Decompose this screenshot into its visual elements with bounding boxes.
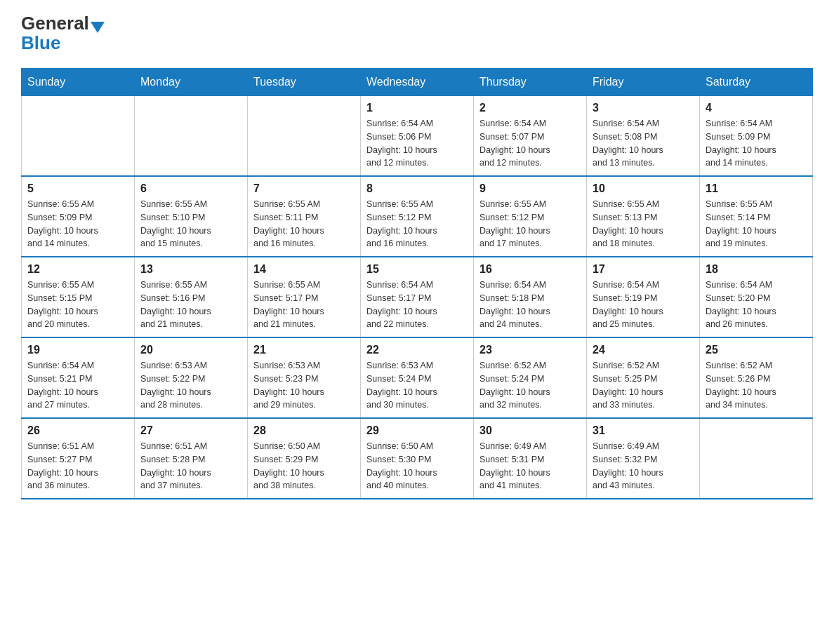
calendar-cell: 17Sunrise: 6:54 AM Sunset: 5:19 PM Dayli… bbox=[587, 257, 700, 337]
calendar-header-row: SundayMondayTuesdayWednesdayThursdayFrid… bbox=[22, 69, 813, 96]
calendar-cell: 7Sunrise: 6:55 AM Sunset: 5:11 PM Daylig… bbox=[248, 176, 361, 257]
day-number: 3 bbox=[593, 102, 694, 114]
day-number: 19 bbox=[27, 344, 128, 356]
calendar-cell: 21Sunrise: 6:53 AM Sunset: 5:23 PM Dayli… bbox=[248, 337, 361, 418]
day-info: Sunrise: 6:50 AM Sunset: 5:30 PM Dayligh… bbox=[366, 440, 468, 492]
calendar-cell: 9Sunrise: 6:55 AM Sunset: 5:12 PM Daylig… bbox=[474, 176, 587, 257]
day-number: 5 bbox=[27, 182, 128, 195]
calendar-cell: 25Sunrise: 6:52 AM Sunset: 5:26 PM Dayli… bbox=[700, 337, 813, 418]
calendar-cell: 4Sunrise: 6:54 AM Sunset: 5:09 PM Daylig… bbox=[700, 96, 813, 177]
day-info: Sunrise: 6:54 AM Sunset: 5:19 PM Dayligh… bbox=[593, 279, 694, 331]
logo-arrow-icon bbox=[91, 22, 105, 33]
day-number: 24 bbox=[593, 344, 694, 356]
calendar-cell bbox=[22, 96, 135, 177]
header-tuesday: Tuesday bbox=[248, 69, 361, 96]
calendar-cell: 15Sunrise: 6:54 AM Sunset: 5:17 PM Dayli… bbox=[361, 257, 474, 337]
day-number: 9 bbox=[479, 182, 581, 195]
day-info: Sunrise: 6:51 AM Sunset: 5:28 PM Dayligh… bbox=[140, 440, 241, 492]
day-info: Sunrise: 6:55 AM Sunset: 5:16 PM Dayligh… bbox=[140, 279, 241, 331]
day-info: Sunrise: 6:52 AM Sunset: 5:26 PM Dayligh… bbox=[706, 359, 807, 412]
calendar-cell: 30Sunrise: 6:49 AM Sunset: 5:31 PM Dayli… bbox=[474, 418, 587, 499]
day-number: 31 bbox=[593, 424, 694, 437]
day-info: Sunrise: 6:55 AM Sunset: 5:11 PM Dayligh… bbox=[253, 198, 355, 250]
day-number: 8 bbox=[366, 182, 468, 195]
day-info: Sunrise: 6:52 AM Sunset: 5:24 PM Dayligh… bbox=[479, 359, 581, 412]
calendar-cell: 24Sunrise: 6:52 AM Sunset: 5:25 PM Dayli… bbox=[587, 337, 700, 418]
day-number: 29 bbox=[366, 424, 468, 437]
day-number: 28 bbox=[253, 424, 355, 437]
day-info: Sunrise: 6:55 AM Sunset: 5:12 PM Dayligh… bbox=[479, 198, 581, 250]
calendar-cell: 11Sunrise: 6:55 AM Sunset: 5:14 PM Dayli… bbox=[700, 176, 813, 257]
day-number: 1 bbox=[366, 102, 468, 114]
day-number: 6 bbox=[140, 182, 241, 195]
day-info: Sunrise: 6:54 AM Sunset: 5:08 PM Dayligh… bbox=[593, 117, 694, 170]
day-info: Sunrise: 6:53 AM Sunset: 5:24 PM Dayligh… bbox=[366, 359, 468, 412]
day-info: Sunrise: 6:55 AM Sunset: 5:10 PM Dayligh… bbox=[140, 198, 241, 250]
calendar-cell bbox=[135, 96, 248, 177]
calendar-cell: 28Sunrise: 6:50 AM Sunset: 5:29 PM Dayli… bbox=[248, 418, 361, 499]
day-number: 11 bbox=[706, 182, 807, 195]
day-info: Sunrise: 6:49 AM Sunset: 5:32 PM Dayligh… bbox=[593, 440, 694, 492]
day-number: 18 bbox=[706, 263, 807, 276]
header-wednesday: Wednesday bbox=[361, 69, 474, 96]
calendar-cell bbox=[248, 96, 361, 177]
logo: General Blue bbox=[21, 14, 106, 54]
calendar-cell: 20Sunrise: 6:53 AM Sunset: 5:22 PM Dayli… bbox=[135, 337, 248, 418]
calendar-week-row: 19Sunrise: 6:54 AM Sunset: 5:21 PM Dayli… bbox=[22, 337, 813, 418]
calendar-cell bbox=[700, 418, 813, 499]
day-number: 7 bbox=[253, 182, 355, 195]
calendar-cell: 8Sunrise: 6:55 AM Sunset: 5:12 PM Daylig… bbox=[361, 176, 474, 257]
day-info: Sunrise: 6:54 AM Sunset: 5:17 PM Dayligh… bbox=[366, 279, 468, 331]
day-number: 2 bbox=[479, 102, 581, 114]
calendar-cell: 12Sunrise: 6:55 AM Sunset: 5:15 PM Dayli… bbox=[22, 257, 135, 337]
calendar-cell: 5Sunrise: 6:55 AM Sunset: 5:09 PM Daylig… bbox=[22, 176, 135, 257]
calendar-cell: 23Sunrise: 6:52 AM Sunset: 5:24 PM Dayli… bbox=[474, 337, 587, 418]
logo-blue-part: Blue bbox=[21, 32, 60, 53]
day-info: Sunrise: 6:50 AM Sunset: 5:29 PM Dayligh… bbox=[253, 440, 355, 492]
day-info: Sunrise: 6:55 AM Sunset: 5:12 PM Dayligh… bbox=[366, 198, 468, 250]
header-friday: Friday bbox=[587, 69, 700, 96]
day-info: Sunrise: 6:54 AM Sunset: 5:09 PM Dayligh… bbox=[706, 117, 807, 170]
calendar-cell: 19Sunrise: 6:54 AM Sunset: 5:21 PM Dayli… bbox=[22, 337, 135, 418]
day-number: 25 bbox=[706, 344, 807, 356]
day-number: 4 bbox=[706, 102, 807, 114]
calendar-table: SundayMondayTuesdayWednesdayThursdayFrid… bbox=[21, 68, 813, 499]
day-info: Sunrise: 6:54 AM Sunset: 5:18 PM Dayligh… bbox=[479, 279, 581, 331]
calendar-cell: 18Sunrise: 6:54 AM Sunset: 5:20 PM Dayli… bbox=[700, 257, 813, 337]
logo-general-part: General bbox=[21, 14, 89, 32]
calendar-cell: 6Sunrise: 6:55 AM Sunset: 5:10 PM Daylig… bbox=[135, 176, 248, 257]
calendar-cell: 13Sunrise: 6:55 AM Sunset: 5:16 PM Dayli… bbox=[135, 257, 248, 337]
calendar-cell: 31Sunrise: 6:49 AM Sunset: 5:32 PM Dayli… bbox=[587, 418, 700, 499]
calendar-cell: 29Sunrise: 6:50 AM Sunset: 5:30 PM Dayli… bbox=[361, 418, 474, 499]
day-info: Sunrise: 6:54 AM Sunset: 5:20 PM Dayligh… bbox=[706, 279, 807, 331]
day-info: Sunrise: 6:49 AM Sunset: 5:31 PM Dayligh… bbox=[479, 440, 581, 492]
header-sunday: Sunday bbox=[22, 69, 135, 96]
header-monday: Monday bbox=[135, 69, 248, 96]
day-number: 17 bbox=[593, 263, 694, 276]
calendar-cell: 2Sunrise: 6:54 AM Sunset: 5:07 PM Daylig… bbox=[474, 96, 587, 177]
calendar-cell: 16Sunrise: 6:54 AM Sunset: 5:18 PM Dayli… bbox=[474, 257, 587, 337]
day-info: Sunrise: 6:54 AM Sunset: 5:07 PM Dayligh… bbox=[479, 117, 581, 170]
day-number: 15 bbox=[366, 263, 468, 276]
header-saturday: Saturday bbox=[700, 69, 813, 96]
calendar-cell: 3Sunrise: 6:54 AM Sunset: 5:08 PM Daylig… bbox=[587, 96, 700, 177]
calendar-week-row: 12Sunrise: 6:55 AM Sunset: 5:15 PM Dayli… bbox=[22, 257, 813, 337]
day-number: 20 bbox=[140, 344, 241, 356]
day-info: Sunrise: 6:52 AM Sunset: 5:25 PM Dayligh… bbox=[593, 359, 694, 412]
day-number: 26 bbox=[27, 424, 128, 437]
calendar-cell: 1Sunrise: 6:54 AM Sunset: 5:06 PM Daylig… bbox=[361, 96, 474, 177]
calendar-cell: 27Sunrise: 6:51 AM Sunset: 5:28 PM Dayli… bbox=[135, 418, 248, 499]
day-info: Sunrise: 6:55 AM Sunset: 5:09 PM Dayligh… bbox=[27, 198, 128, 250]
day-info: Sunrise: 6:54 AM Sunset: 5:06 PM Dayligh… bbox=[366, 117, 468, 170]
day-info: Sunrise: 6:53 AM Sunset: 5:23 PM Dayligh… bbox=[253, 359, 355, 412]
day-number: 10 bbox=[593, 182, 694, 195]
day-number: 27 bbox=[140, 424, 241, 437]
calendar-week-row: 5Sunrise: 6:55 AM Sunset: 5:09 PM Daylig… bbox=[22, 176, 813, 257]
day-info: Sunrise: 6:55 AM Sunset: 5:13 PM Dayligh… bbox=[593, 198, 694, 250]
calendar-week-row: 26Sunrise: 6:51 AM Sunset: 5:27 PM Dayli… bbox=[22, 418, 813, 499]
calendar-week-row: 1Sunrise: 6:54 AM Sunset: 5:06 PM Daylig… bbox=[22, 96, 813, 177]
day-number: 23 bbox=[479, 344, 581, 356]
page-header: General Blue bbox=[21, 14, 813, 54]
day-number: 13 bbox=[140, 263, 241, 276]
day-info: Sunrise: 6:51 AM Sunset: 5:27 PM Dayligh… bbox=[27, 440, 128, 492]
